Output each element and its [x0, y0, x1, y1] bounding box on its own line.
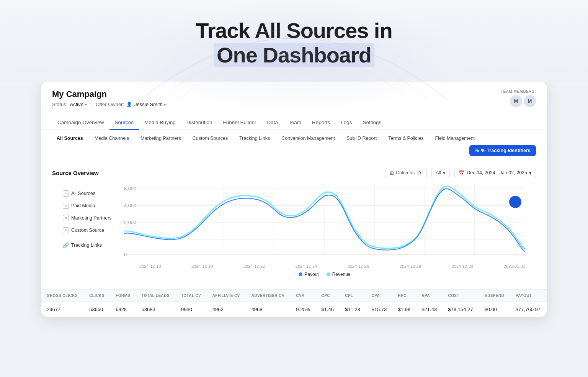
chart-area: ≡ All Sources ≡ Paid Media ≡ Marketing P… — [52, 184, 536, 269]
th-rpc: RPC — [393, 290, 416, 302]
svg-text:0: 0 — [124, 252, 127, 257]
columns-label: Columns — [396, 170, 415, 175]
tab-settings[interactable]: Settings — [358, 116, 387, 130]
table-icon-4: ≡ — [63, 227, 69, 233]
chevron-down-icon-2: ▾ — [529, 170, 532, 176]
td-clicks: 53660 — [84, 302, 110, 317]
campaign-meta: Status: Active ▾ | Offer Owner: 👤 Jessie… — [52, 102, 166, 107]
source-label-marketing: Marketing Partners — [71, 215, 112, 221]
columns-count: 0 — [416, 170, 423, 175]
x-axis-labels: 2024-12-18 2024-12-20 2024-12-22 2024-12… — [139, 262, 525, 269]
hero-line2: One Dashboard — [214, 43, 374, 67]
td-total-leads: 53683 — [136, 302, 176, 317]
svg-text:2,000: 2,000 — [124, 220, 136, 225]
th-cost: COST — [443, 290, 479, 302]
x-label-4: 2024-12-24 — [296, 264, 317, 269]
nav-tabs: Campaign Overview Sources Media Buying D… — [41, 110, 547, 130]
tab-reports[interactable]: Reports — [307, 116, 335, 130]
team-members-section: TEAM MEMBERS: M M — [501, 89, 536, 107]
columns-button[interactable]: ⊞ Columns 0 — [385, 168, 427, 178]
td-cvr: 9.25% — [291, 302, 316, 317]
revenue-label: Revenue — [332, 272, 351, 277]
source-label-all: All Sources — [71, 191, 95, 196]
x-label-6: 2024-12-28 — [400, 264, 421, 269]
th-gross-clicks: GROSS CLICKS — [41, 290, 84, 302]
table-row: 29677 53660 6928 53683 9930 4962 4968 9.… — [41, 302, 547, 317]
tab-logs[interactable]: Logs — [335, 116, 357, 130]
source-label-tracking: Tracking Links — [71, 243, 102, 248]
source-custom-source[interactable]: ≡ Custom Source — [63, 224, 124, 236]
th-cpc: CPC — [316, 290, 340, 302]
th-cvr: CVR — [291, 290, 316, 302]
hero-section: Track All Sources in One Dashboard — [0, 0, 588, 82]
td-rpa: $21.43 — [416, 302, 443, 317]
td-cost: $78,154.27 — [443, 302, 479, 317]
avatar-2: M — [524, 95, 536, 107]
status-label: Status: — [52, 102, 67, 107]
offer-owner-label: Offer Owner: — [96, 102, 124, 107]
x-label-8: 2025-01-01 — [504, 264, 525, 269]
x-label-5: 2024-12-26 — [348, 264, 369, 269]
subtab-tracking-links[interactable]: Tracking Links — [235, 134, 274, 143]
revenue-dot — [327, 272, 330, 276]
offer-owner-value[interactable]: Jessie Smith ▾ — [134, 102, 166, 107]
source-overview-header: Source Overview ⊞ Columns 0 All ▾ 📅 Dec … — [52, 168, 536, 178]
status-value[interactable]: Active ▾ — [70, 102, 87, 107]
campaign-title: My Campaign — [52, 89, 166, 99]
th-adspend: ADSPEND — [479, 290, 510, 302]
td-advertiser-cv: 4968 — [246, 302, 291, 317]
tracking-identifiers-button[interactable]: % % Tracking Identifiers — [469, 145, 536, 156]
source-marketing-partners[interactable]: ≡ Marketing Partners — [63, 212, 124, 224]
th-clicks: CLICKS — [84, 290, 110, 302]
subtab-terms-policies[interactable]: Terms & Policies — [384, 134, 428, 143]
subtab-custom-sources[interactable]: Custom Sources — [188, 134, 232, 143]
source-all-sources[interactable]: ≡ All Sources — [63, 187, 124, 200]
td-forms: 6928 — [110, 302, 136, 317]
source-label-paid: Paid Media — [71, 203, 95, 208]
hero-title: Track All Sources in One Dashboard — [8, 18, 580, 68]
source-overview: Source Overview ⊞ Columns 0 All ▾ 📅 Dec … — [41, 160, 547, 285]
overview-controls: ⊞ Columns 0 All ▾ 📅 Dec 04, 2024 - Jan 0… — [385, 168, 536, 178]
subtab-marketing-partners[interactable]: Marketing Partners — [136, 134, 186, 143]
filter-all-button[interactable]: All ▾ — [431, 168, 450, 178]
source-tracking-links[interactable]: 🔗 Tracking Links — [63, 239, 124, 251]
td-cpa: $15.73 — [366, 302, 392, 317]
chart-main: 6,000 4,000 2,000 0 2024-12-18 2024-12-2… — [124, 184, 525, 269]
tab-distribution[interactable]: Distribution — [181, 116, 218, 130]
table-icon-2: ≡ — [63, 203, 69, 209]
th-total-leads: TOTAL LEADS — [136, 290, 176, 302]
campaign-info: My Campaign Status: Active ▾ | Offer Own… — [52, 89, 166, 107]
line-chart-svg: 6,000 4,000 2,000 0 — [124, 184, 525, 261]
svg-text:4,000: 4,000 — [124, 203, 136, 208]
tab-campaign-overview[interactable]: Campaign Overview — [52, 116, 109, 130]
source-overview-title: Source Overview — [52, 170, 99, 176]
date-range-button[interactable]: 📅 Dec 04, 2024 - Jan 02, 2025 ▾ — [454, 168, 536, 178]
chart-float-dot[interactable] — [509, 196, 521, 208]
td-adspend: $0.00 — [479, 302, 510, 317]
tab-data[interactable]: Data — [261, 116, 283, 130]
td-affiliate-cv: 4962 — [207, 302, 246, 317]
sub-tabs: All Sources Media Channels Marketing Par… — [41, 130, 547, 160]
th-forms: FORMS — [110, 290, 136, 302]
legend-revenue: Revenue — [327, 272, 351, 277]
subtab-field-management[interactable]: Field Management — [431, 134, 480, 143]
dashboard-wrapper: My Campaign Status: Active ▾ | Offer Own… — [26, 82, 562, 332]
subtab-media-channels[interactable]: Media Channels — [90, 134, 134, 143]
link-icon: 🔗 — [63, 243, 69, 248]
tracking-btn-label: % Tracking Identifiers — [481, 148, 531, 153]
tab-media-buying[interactable]: Media Buying — [139, 116, 181, 130]
subtab-all-sources[interactable]: All Sources — [52, 134, 88, 143]
tab-funnel-builder[interactable]: Funnel Builder — [217, 116, 261, 130]
x-label-2: 2024-12-20 — [191, 264, 213, 269]
campaign-header: My Campaign Status: Active ▾ | Offer Own… — [41, 82, 547, 107]
subtab-conversion-management[interactable]: Conversion Management — [277, 134, 340, 143]
td-gross-clicks: 29677 — [41, 302, 84, 317]
source-paid-media[interactable]: ≡ Paid Media — [63, 200, 124, 212]
th-cpl: CPL — [340, 290, 366, 302]
svg-text:6,000: 6,000 — [124, 186, 136, 192]
tab-sources[interactable]: Sources — [109, 116, 139, 130]
avatar-1: M — [510, 95, 522, 107]
legend-payout: Payout — [299, 272, 318, 277]
tab-team[interactable]: Team — [283, 116, 307, 130]
subtab-sub-id-report[interactable]: Sub ID Report — [342, 134, 381, 143]
